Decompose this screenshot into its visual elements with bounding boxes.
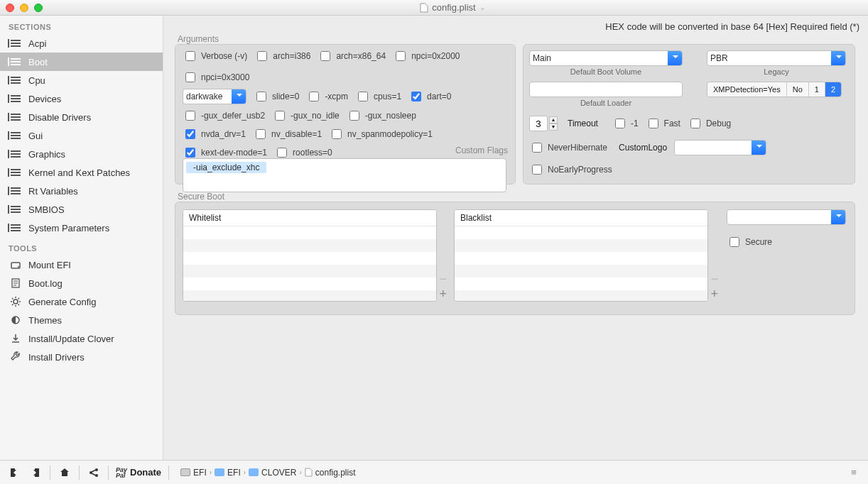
title-dropdown-icon[interactable]: ⌄ [479,4,485,11]
wrench-icon [10,351,21,363]
tool-item-install-update-clover[interactable]: Install/Update Clover [0,329,163,348]
zoom-window-button[interactable] [34,4,43,12]
tool-item-themes[interactable]: Themes [0,311,163,329]
sidebar-item-label: System Parameters [28,223,109,233]
list-view-icon[interactable]: ≡ [847,466,861,480]
custom-flag-tag[interactable]: -uia_exclude_xhc [186,162,266,173]
timeout-value[interactable] [529,116,548,131]
minus1-checkbox[interactable] [615,119,625,128]
xmp-seg-3[interactable]: 2 [825,82,841,97]
npci-0x2000-checkbox[interactable] [396,51,406,61]
sidebar-item-kernel-and-kext-patches[interactable]: Kernel and Kext Patches [0,163,163,182]
blacklist-add-button[interactable]: + [710,287,718,302]
sidebar-item-disable-drivers[interactable]: Disable Drivers [0,108,163,126]
close-window-button[interactable] [6,4,14,12]
share-icon[interactable] [87,466,101,480]
export-icon[interactable] [7,466,21,480]
blacklist-remove-button[interactable]: − [710,272,718,287]
fast-checkbox[interactable] [649,119,658,128]
sidebar-item-smbios[interactable]: SMBIOS [0,200,163,219]
xmp-seg-2[interactable]: 1 [808,82,825,97]
sidebar-item-acpi[interactable]: Acpi [0,34,163,53]
secure-label: Secure [745,237,772,247]
sidebar-item-graphics[interactable]: Graphics [0,145,163,163]
debug-checkbox[interactable] [690,119,700,128]
breadcrumb-1[interactable]: EFI [227,468,241,478]
secure-checkbox[interactable] [729,237,739,247]
arguments-panel: Verbose (-v)arch=i386arch=x86_64npci=0x2… [175,44,516,185]
slide-0-label: slide=0 [272,92,299,101]
sidebar-item-rt-variables[interactable]: Rt Variables [0,182,163,200]
tool-item-boot-log[interactable]: Boot.log [0,274,163,292]
xmp-segmented-control[interactable]: XMPDetection=YesNo12 [707,82,842,97]
customlogo-select[interactable] [674,140,766,155]
custom-flags-label: Custom Flags [455,145,508,155]
breadcrumb-2[interactable]: CLOVER [261,468,296,478]
nv-disable-1-checkbox[interactable] [256,129,266,139]
sidebar-item-label: Graphics [28,149,65,160]
nvda-drv-1-checkbox[interactable] [185,129,195,139]
arch-x86-64-checkbox[interactable] [320,51,330,61]
sidebar-item-label: Rt Variables [28,186,78,197]
fast-label: Fast [664,119,680,128]
sidebar-item-label: Gui [28,131,43,141]
neverhibernate-checkbox[interactable] [532,143,542,153]
list-icon [10,204,21,215]
npci-0x3000-checkbox[interactable] [185,72,195,82]
minimize-window-button[interactable] [20,4,28,12]
xmp-seg-0[interactable]: XMPDetection=Yes [707,82,786,97]
import-icon[interactable] [28,466,43,480]
donate-button[interactable]: PayPal Donate [116,467,161,478]
default-boot-volume-label: Default Boot Volume [570,67,641,76]
breadcrumb-0[interactable]: EFI [193,468,207,478]
darkwake-select[interactable]: darkwake [183,89,246,104]
boot-options-panel: Main Default Boot Volume PBR Legacy Defa… [523,44,855,185]
noearlyprogress-checkbox[interactable] [532,165,542,175]
default-boot-volume-select[interactable]: Main [529,50,683,66]
secure-boot-select[interactable] [727,209,846,225]
secure-boot-label: Secure Boot [178,192,224,202]
sidebar-item-boot[interactable]: Boot [0,53,163,71]
xmp-seg-1[interactable]: No [786,82,808,97]
-xcpm-checkbox[interactable] [309,92,319,101]
slide-0-checkbox[interactable] [256,92,266,101]
arch-i386-checkbox[interactable] [257,51,267,61]
sidebar-item-cpu[interactable]: Cpu [0,71,163,89]
timeout-stepper[interactable]: ▲▼ [529,116,558,131]
-gux-defer-usb2-checkbox[interactable] [185,111,195,121]
tool-item-install-drivers[interactable]: Install Drivers [0,348,163,366]
dart-0-checkbox[interactable] [411,92,421,101]
whitelist-box[interactable]: Whitelist [183,209,437,302]
sidebar-item-system-parameters[interactable]: System Parameters [0,219,163,237]
stepper-up[interactable]: ▲ [549,116,558,123]
cpus-1-checkbox[interactable] [358,92,368,101]
blacklist-box[interactable]: Blacklist [454,209,708,302]
whitelist-add-button[interactable]: + [439,287,447,302]
drive-icon [180,468,190,476]
tool-item-mount-efi[interactable]: Mount EFI [0,255,163,274]
stepper-down[interactable]: ▼ [549,123,558,131]
gear-icon [10,296,21,307]
sidebar-item-gui[interactable]: Gui [0,126,163,145]
theme-icon [10,314,21,326]
tool-item-generate-config[interactable]: Generate Config [0,292,163,311]
-gux-no-idle-checkbox[interactable] [275,111,285,121]
rootless-0-checkbox[interactable] [277,148,287,158]
legacy-select[interactable]: PBR [707,50,846,66]
kext-dev-mode-1-label: kext-dev-mode=1 [201,148,267,158]
breadcrumb-3[interactable]: config.plist [315,468,356,478]
tool-label: Themes [28,315,62,326]
default-loader-input[interactable] [529,82,683,97]
custom-flags-box[interactable]: -uia_exclude_xhc [183,158,506,192]
npci-0x3000-label: npci=0x3000 [201,72,249,82]
tool-label: Boot.log [28,278,63,289]
tool-label: Mount EFI [28,260,71,270]
nv-spanmodepolicy-1-checkbox[interactable] [332,129,342,139]
sidebar-item-devices[interactable]: Devices [0,89,163,108]
kext-dev-mode-1-checkbox[interactable] [185,148,195,158]
whitelist-remove-button[interactable]: − [439,272,447,287]
home-icon[interactable] [58,466,72,480]
document-icon [305,468,313,477]
verbose-v--checkbox[interactable] [185,51,195,61]
-gux-nosleep-checkbox[interactable] [349,111,359,121]
